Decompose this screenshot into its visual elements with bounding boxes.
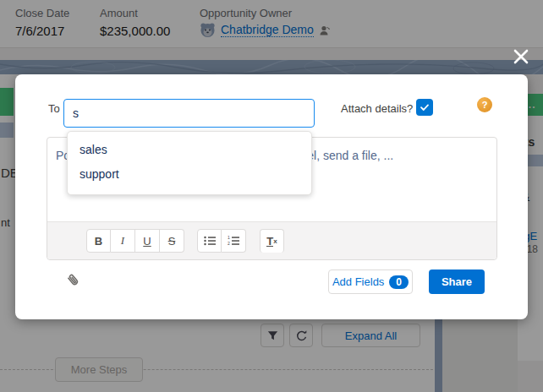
italic-icon: I xyxy=(121,234,124,248)
to-label: To xyxy=(48,102,60,115)
clear-format-sub: x xyxy=(273,237,277,245)
paperclip-icon xyxy=(64,271,83,290)
svg-text:1: 1 xyxy=(228,236,230,240)
underline-button[interactable]: U xyxy=(135,229,160,253)
recipient-suggestions: sales support xyxy=(67,131,312,195)
app-screen: Close Date 7/6/2017 Amount $235,000.00 O… xyxy=(0,0,543,392)
underline-icon: U xyxy=(143,235,151,248)
strikethrough-button[interactable]: S xyxy=(160,229,184,253)
clear-format-button[interactable]: Tx xyxy=(260,229,284,253)
format-toolbar: B I U S 1 2 xyxy=(47,221,496,259)
numbered-list-button[interactable]: 1 2 xyxy=(222,229,246,253)
share-label: Share xyxy=(442,275,472,288)
add-fields-label: Add Fields xyxy=(332,275,384,288)
share-modal: To Attach details? ? Post a message, men… xyxy=(15,74,528,319)
bold-icon: B xyxy=(95,235,102,248)
attach-file-button[interactable] xyxy=(64,271,85,291)
suggestion-sales[interactable]: sales xyxy=(68,138,311,162)
clear-format-icon: T xyxy=(266,237,273,247)
help-glyph: ? xyxy=(482,100,488,110)
bullet-list-button[interactable] xyxy=(197,229,222,253)
numbered-list-icon: 1 2 xyxy=(228,236,239,246)
italic-button[interactable]: I xyxy=(111,229,135,253)
add-fields-button[interactable]: Add Fields 0 xyxy=(328,270,413,294)
share-button[interactable]: Share xyxy=(429,270,485,294)
attach-details-label: Attach details? xyxy=(341,102,413,115)
add-fields-count-badge: 0 xyxy=(389,275,409,289)
strikethrough-icon: S xyxy=(168,235,176,248)
checkmark-icon xyxy=(420,102,430,112)
bullet-list-icon xyxy=(204,236,216,246)
to-input[interactable] xyxy=(63,99,315,128)
attach-details-checkbox[interactable] xyxy=(416,99,433,116)
close-icon xyxy=(512,47,530,66)
help-icon[interactable]: ? xyxy=(477,97,492,112)
svg-text:2: 2 xyxy=(228,241,230,246)
suggestion-support[interactable]: support xyxy=(68,162,311,187)
close-button[interactable] xyxy=(509,45,533,68)
bold-button[interactable]: B xyxy=(86,229,111,253)
